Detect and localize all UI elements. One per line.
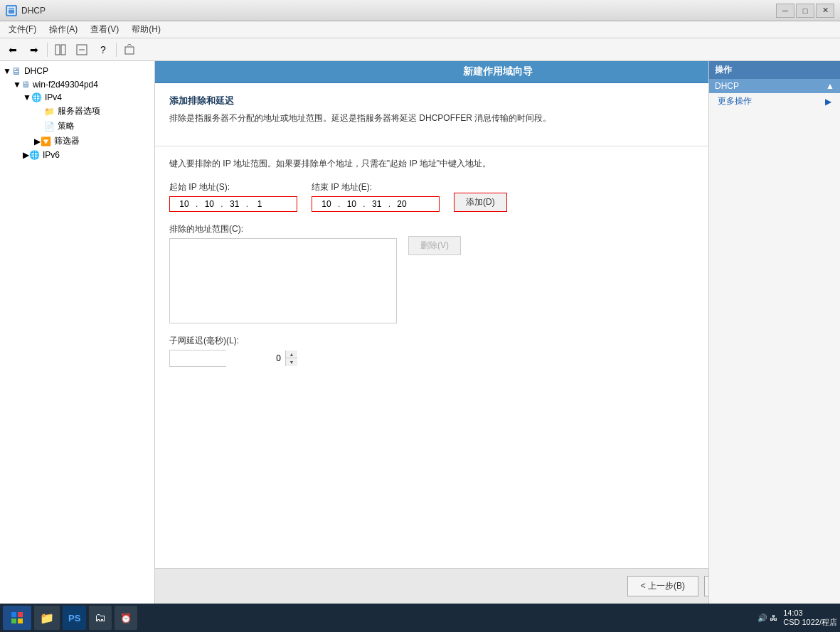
end-ip-c[interactable] — [367, 199, 387, 209]
subnet-delay-value[interactable] — [170, 350, 285, 366]
restore-button[interactable]: □ — [796, 4, 814, 18]
taskbar-explorer[interactable]: 📁 — [34, 606, 60, 630]
toolbar-sep-2 — [116, 43, 117, 57]
end-ip-d[interactable] — [392, 199, 412, 209]
taskbar-right: 🔊 🖧 14:03 CSD 1022/程店 — [757, 609, 837, 628]
app-icon — [6, 5, 17, 16]
taskbar-time[interactable]: ⏰ — [115, 606, 137, 630]
back-button[interactable]: < 上一步(B) — [627, 576, 698, 596]
spinner-arrows: ▲ ▼ — [285, 350, 297, 366]
dialog-section-title: 添加排除和延迟 — [169, 95, 777, 107]
window-title: DHCP — [21, 6, 46, 16]
svg-rect-3 — [61, 45, 65, 55]
tree-filter[interactable]: ▶ 🔽 筛选器 — [0, 134, 154, 149]
ipv4-icon: 🌐 — [31, 92, 42, 102]
expand-icon-server: ▼ — [13, 80, 21, 90]
start-ip-b[interactable] — [199, 199, 219, 209]
menu-file[interactable]: 文件(F) — [3, 22, 42, 37]
tray-clock: 14:03 CSD 1022/程店 — [783, 609, 837, 628]
close-button[interactable]: ✕ — [816, 4, 834, 18]
menu-bar: 文件(F) 操作(A) 查看(V) 帮助(H) — [0, 21, 840, 38]
dot-6: . — [388, 199, 390, 209]
end-ip-label: 结束 IP 地址(E): — [312, 181, 440, 193]
end-ip-input-box: . . . — [312, 196, 440, 212]
expand-icon: ▼ — [3, 66, 11, 76]
menu-view[interactable]: 查看(V) — [85, 22, 124, 37]
tree-ipv4-node[interactable]: ▼ 🌐 IPv4 — [0, 91, 154, 104]
actions-panel: 操作 DHCP ▲ 更多操作 ▶ — [708, 61, 840, 604]
end-ip-b[interactable] — [341, 199, 361, 209]
svg-rect-11 — [11, 612, 16, 617]
svg-rect-6 — [125, 47, 134, 54]
policy-icon: 📄 — [44, 122, 55, 132]
expand-icon-ipv4: ▼ — [23, 92, 31, 102]
actions-section-name: DHCP — [715, 81, 739, 91]
excluded-buttons: 删除(V) — [408, 223, 461, 255]
toolbar-back[interactable]: ⬅ — [3, 41, 23, 59]
dhcp-icon: 🖥 — [11, 65, 21, 77]
svg-rect-0 — [8, 7, 15, 14]
start-ip-a[interactable] — [174, 199, 194, 209]
taskbar-powershell[interactable]: PS — [63, 606, 86, 630]
taskbar-files[interactable]: 🗂 — [89, 606, 112, 630]
tree-filter-label: 筛选器 — [54, 135, 80, 147]
dot-1: . — [196, 199, 198, 209]
expand-icon-ipv6: ▶ — [23, 150, 29, 160]
ipv6-icon: 🌐 — [29, 150, 40, 160]
excluded-list — [169, 238, 397, 323]
tree-panel: ▼ 🖥 DHCP ▼ 🖥 win-f2d49304pd4 ▼ 🌐 IPv4 📁 … — [0, 61, 155, 604]
window-controls: ─ □ ✕ — [776, 4, 834, 18]
subnet-delay-spinner: ▲ ▼ — [169, 350, 226, 367]
tree-server-node[interactable]: ▼ 🖥 win-f2d49304pd4 — [0, 78, 154, 91]
menu-action[interactable]: 操作(A) — [43, 22, 83, 37]
spinner-up-button[interactable]: ▲ — [286, 350, 297, 358]
more-actions-label: 更多操作 — [718, 95, 752, 107]
dot-4: . — [338, 199, 340, 209]
spinner-down-button[interactable]: ▼ — [286, 358, 297, 366]
minimize-button[interactable]: ─ — [776, 4, 794, 18]
start-ip-c[interactable] — [225, 199, 245, 209]
tree-server-options-label: 服务器选项 — [58, 105, 100, 117]
start-ip-group: 起始 IP 地址(S): . . . — [169, 181, 297, 212]
dialog-title: 新建作用域向导 — [463, 65, 533, 77]
start-button[interactable] — [3, 606, 31, 630]
toolbar-forward[interactable]: ➡ — [24, 41, 44, 59]
tree-root-label: DHCP — [24, 66, 48, 76]
toolbar-help[interactable]: ? — [93, 41, 113, 59]
tree-policy[interactable]: 📄 策略 — [0, 119, 154, 134]
tray-icons: 🔊 🖧 — [757, 614, 777, 623]
excluded-list-group: 排除的地址范围(C): — [169, 223, 397, 323]
tree-dhcp-root[interactable]: ▼ 🖥 DHCP — [0, 64, 154, 78]
actions-header: 操作 — [709, 61, 840, 79]
toolbar-sep-1 — [47, 43, 48, 57]
title-bar: DHCP ─ □ ✕ — [0, 0, 840, 21]
delete-button[interactable]: 删除(V) — [408, 236, 461, 255]
date-display: CSD 1022/程店 — [783, 618, 837, 626]
svg-rect-13 — [11, 618, 16, 623]
more-actions-item[interactable]: 更多操作 ▶ — [709, 93, 840, 109]
toolbar-show-hide[interactable] — [50, 41, 70, 59]
start-ip-label: 起始 IP 地址(S): — [169, 181, 297, 193]
add-button[interactable]: 添加(D) — [454, 193, 507, 212]
toolbar-refresh[interactable] — [72, 41, 92, 59]
tree-ipv6-node[interactable]: ▶ 🌐 IPv6 — [0, 149, 154, 161]
start-ip-d[interactable] — [250, 199, 270, 209]
menu-help[interactable]: 帮助(H) — [126, 22, 166, 37]
tree-server-label: win-f2d49304pd4 — [33, 80, 98, 90]
dialog-text-area: 添加排除和延迟 排除是指服务器不分配的地址或地址范围。延迟是指服务器将延迟 DH… — [169, 95, 777, 134]
time-display: 14:03 — [783, 609, 803, 617]
expand-icon-filter: ▶ — [34, 136, 41, 146]
excluded-label: 排除的地址范围(C): — [169, 223, 397, 235]
tree-server-options[interactable]: 📁 服务器选项 — [0, 104, 154, 119]
svg-rect-14 — [18, 618, 23, 623]
server-icon: 🖥 — [21, 80, 30, 90]
tree-ipv4-label: IPv4 — [45, 92, 62, 102]
more-actions-arrow: ▶ — [825, 97, 831, 107]
toolbar: ⬅ ➡ ? — [0, 38, 840, 61]
start-ip-input-box: . . . — [169, 196, 297, 212]
dot-5: . — [363, 199, 365, 209]
svg-rect-12 — [18, 612, 23, 617]
title-bar-left: DHCP — [6, 5, 46, 16]
end-ip-a[interactable] — [317, 199, 336, 209]
toolbar-export[interactable] — [119, 41, 139, 59]
